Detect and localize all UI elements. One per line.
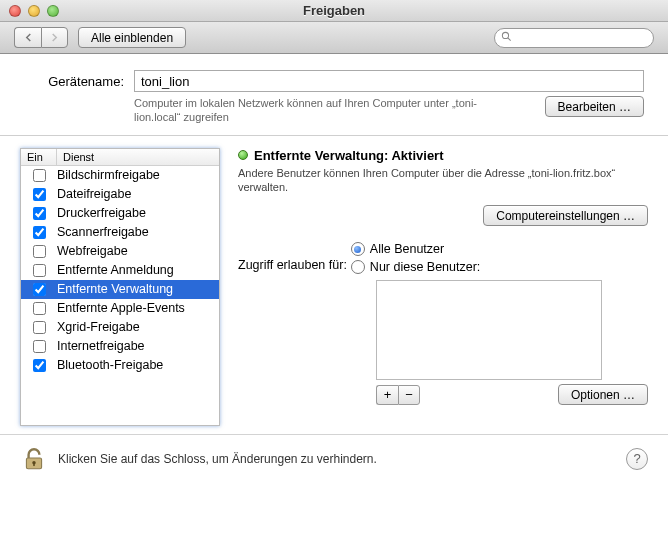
service-row[interactable]: Dateifreigabe [21,185,219,204]
status-description: Andere Benutzer können Ihren Computer üb… [238,166,648,196]
service-label: Scannerfreigabe [57,225,149,239]
service-label: Entfernte Verwaltung [57,282,173,296]
service-label: Entfernte Apple-Events [57,301,185,315]
service-row[interactable]: Internetfreigabe [21,337,219,356]
device-name-section: Gerätename: Computer im lokalen Netzwerk… [0,54,668,136]
service-row[interactable]: Webfreigabe [21,242,219,261]
forward-button[interactable] [41,27,68,48]
service-checkbox[interactable] [33,359,46,372]
service-row[interactable]: Bildschirmfreigabe [21,166,219,185]
main-area: Ein Dienst BildschirmfreigabeDateifreiga… [0,136,668,434]
service-detail: Entfernte Verwaltung: Aktiviert Andere B… [238,148,648,426]
service-label: Internetfreigabe [57,339,145,353]
device-name-hint: Computer im lokalen Netzwerk können auf … [134,96,494,125]
service-row[interactable]: Bluetooth-Freigabe [21,356,219,375]
col-service: Dienst [57,149,100,165]
toolbar: Alle einblenden [0,22,668,54]
lock-hint-text: Klicken Sie auf das Schloss, um Änderung… [58,452,616,466]
computer-settings-button[interactable]: Computereinstellungen … [483,205,648,226]
service-label: Dateifreigabe [57,187,131,201]
service-row[interactable]: Scannerfreigabe [21,223,219,242]
access-label: Zugriff erlauben für: [238,258,347,272]
service-label: Xgrid-Freigabe [57,320,140,334]
title-bar: Freigaben [0,0,668,22]
add-user-button[interactable]: + [376,385,398,405]
radio-all-label: Alle Benutzer [370,242,444,256]
footer: Klicken Sie auf das Schloss, um Änderung… [0,434,668,483]
service-row[interactable]: Xgrid-Freigabe [21,318,219,337]
svg-line-1 [508,37,511,40]
service-row[interactable]: Entfernte Apple-Events [21,299,219,318]
search-icon [501,31,512,45]
options-button[interactable]: Optionen … [558,384,648,405]
service-row[interactable]: Entfernte Anmeldung [21,261,219,280]
service-checkbox[interactable] [33,264,46,277]
status-title: Entfernte Verwaltung: Aktiviert [254,148,444,163]
service-checkbox[interactable] [33,188,46,201]
service-checkbox[interactable] [33,245,46,258]
service-row[interactable]: Druckerfreigabe [21,204,219,223]
service-checkbox[interactable] [33,340,46,353]
svg-point-0 [502,32,508,38]
radio-button-icon [351,260,365,274]
device-name-label: Gerätename: [24,74,124,89]
users-listbox[interactable] [376,280,602,380]
services-list-body: BildschirmfreigabeDateifreigabeDruckerfr… [21,166,219,425]
service-checkbox[interactable] [33,302,46,315]
service-checkbox[interactable] [33,321,46,334]
window-title: Freigaben [0,3,668,18]
help-button[interactable]: ? [626,448,648,470]
back-button[interactable] [14,27,41,48]
remove-user-button[interactable]: − [398,385,420,405]
device-name-input[interactable] [134,70,644,92]
service-row[interactable]: Entfernte Verwaltung [21,280,219,299]
service-label: Druckerfreigabe [57,206,146,220]
services-list-header: Ein Dienst [21,149,219,166]
radio-all-users[interactable]: Alle Benutzer [351,242,480,256]
service-checkbox[interactable] [33,207,46,220]
edit-hostname-button[interactable]: Bearbeiten … [545,96,644,117]
service-checkbox[interactable] [33,283,46,296]
radio-these-label: Nur diese Benutzer: [370,260,480,274]
radio-button-icon [351,242,365,256]
service-label: Bildschirmfreigabe [57,168,160,182]
svg-rect-4 [33,462,35,465]
service-checkbox[interactable] [33,169,46,182]
show-all-button[interactable]: Alle einblenden [78,27,186,48]
search-field[interactable] [494,28,654,48]
service-label: Entfernte Anmeldung [57,263,174,277]
service-checkbox[interactable] [33,226,46,239]
service-label: Bluetooth-Freigabe [57,358,163,372]
col-on: Ein [21,149,57,165]
radio-only-these-users[interactable]: Nur diese Benutzer: [351,260,480,274]
service-label: Webfreigabe [57,244,128,258]
nav-buttons [14,27,68,48]
status-indicator-icon [238,150,248,160]
services-list: Ein Dienst BildschirmfreigabeDateifreiga… [20,148,220,426]
lock-icon[interactable] [20,445,48,473]
